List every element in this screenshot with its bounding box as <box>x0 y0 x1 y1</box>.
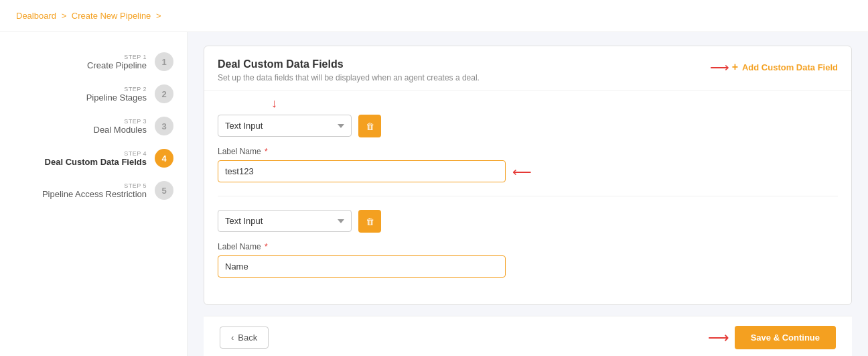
sidebar-step-2[interactable]: STEP 2 Pipeline Stages 2 <box>0 78 187 110</box>
trash-icon-2: 🗑 <box>366 217 374 227</box>
delete-field-2-button[interactable]: 🗑 <box>358 210 381 233</box>
required-indicator-1: * <box>265 147 268 156</box>
add-custom-data-field-button[interactable]: + Add Custom Data Field <box>732 58 838 76</box>
add-field-label: Add Custom Data Field <box>742 62 838 72</box>
step-1-label: Create Pipeline <box>87 60 147 70</box>
back-label: Back <box>238 333 257 343</box>
save-label: Save & Continue <box>751 333 820 343</box>
required-indicator-2: * <box>265 242 268 251</box>
breadcrumb-separator-2: > <box>156 11 161 21</box>
label-input-2[interactable] <box>218 255 506 278</box>
right-arrow-icon-1: ⟵ <box>512 164 532 180</box>
back-chevron-icon: ‹ <box>231 333 234 343</box>
label-group-2: Label Name * <box>218 242 838 278</box>
sidebar-step-4[interactable]: STEP 4 Deal Custom Data Fields 4 <box>0 142 187 174</box>
card-body: ↓ Text Input Number Date Dropdown 🗑 <box>204 91 851 304</box>
sidebar-step-5[interactable]: STEP 5 Pipeline Access Restriction 5 <box>0 174 187 206</box>
card-subtitle: Set up the data fields that will be disp… <box>218 73 480 82</box>
save-arrow-icon: ⟶ <box>708 329 729 347</box>
main-content: Deal Custom Data Fields Set up the data … <box>188 32 868 356</box>
card-header: Deal Custom Data Fields Set up the data … <box>204 46 851 91</box>
back-button[interactable]: ‹ Back <box>220 327 269 349</box>
step-1-circle: 1 <box>155 52 173 71</box>
field-row-1: Text Input Number Date Dropdown 🗑 <box>218 115 838 137</box>
footer-bar: ‹ Back ⟶ Save & Continue <box>204 316 852 356</box>
trash-icon-1: 🗑 <box>366 121 374 131</box>
field-row-2: Text Input Number Date Dropdown 🗑 <box>218 210 838 233</box>
label-input-1[interactable] <box>218 160 506 182</box>
label-name-text-1: Label Name * <box>218 147 838 156</box>
save-continue-button[interactable]: Save & Continue <box>735 326 836 349</box>
field-block-1: ↓ Text Input Number Date Dropdown 🗑 <box>218 105 838 182</box>
deal-custom-data-fields-card: Deal Custom Data Fields Set up the data … <box>204 46 852 305</box>
field-block-2: Text Input Number Date Dropdown 🗑 Label … <box>218 210 838 278</box>
plus-icon: + <box>732 61 738 73</box>
step-3-num: STEP 3 <box>94 118 147 125</box>
down-arrow-icon-1: ↓ <box>271 97 277 111</box>
footer-right: ⟶ Save & Continue <box>708 326 836 349</box>
sidebar: STEP 1 Create Pipeline 1 STEP 2 Pipeline… <box>0 32 188 356</box>
label-group-1: Label Name * ⟵ <box>218 147 838 182</box>
breadcrumb: Dealboard > Create New Pipeline > <box>0 0 868 32</box>
breadcrumb-dealboard[interactable]: Dealboard <box>16 11 56 21</box>
card-title: Deal Custom Data Fields <box>218 58 480 70</box>
sidebar-step-1[interactable]: STEP 1 Create Pipeline 1 <box>0 46 187 78</box>
step-4-circle: 4 <box>155 149 173 168</box>
step-4-num: STEP 4 <box>45 150 147 157</box>
step-3-label: Deal Modules <box>94 125 147 135</box>
delete-field-1-button[interactable]: 🗑 <box>358 115 381 137</box>
label-name-text-2: Label Name * <box>218 242 838 251</box>
step-1-num: STEP 1 <box>87 54 147 60</box>
field-type-select-2[interactable]: Text Input Number Date Dropdown <box>218 210 352 232</box>
sidebar-step-3[interactable]: STEP 3 Deal Modules 3 <box>0 110 187 142</box>
step-2-circle: 2 <box>155 84 173 103</box>
step-3-circle: 3 <box>155 117 173 135</box>
breadcrumb-create-pipeline[interactable]: Create New Pipeline <box>72 11 151 21</box>
step-2-num: STEP 2 <box>86 86 147 93</box>
step-2-label: Pipeline Stages <box>86 93 147 103</box>
step-4-label: Deal Custom Data Fields <box>45 157 147 167</box>
add-field-arrow-icon: ⟶ <box>710 59 729 75</box>
step-5-label: Pipeline Access Restriction <box>42 189 147 199</box>
field-divider <box>218 196 838 196</box>
step-5-num: STEP 5 <box>42 182 147 189</box>
step-5-circle: 5 <box>155 181 173 200</box>
field-type-select-1[interactable]: Text Input Number Date Dropdown <box>218 115 352 137</box>
breadcrumb-separator-1: > <box>62 11 69 21</box>
